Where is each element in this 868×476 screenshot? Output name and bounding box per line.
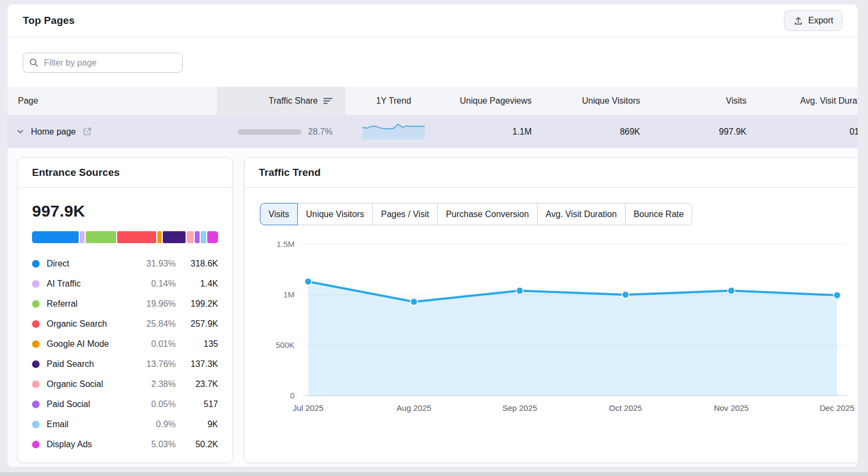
visits-cell: 997.9K — [653, 127, 760, 137]
legend-row-paid-social[interactable]: Paid Social 0.05% 517 — [32, 394, 218, 414]
data-point — [305, 278, 312, 285]
visits-value: 997.9K — [719, 127, 746, 137]
x-tick-label: Aug 2025 — [397, 403, 431, 412]
bar-segment-organic-search — [117, 231, 156, 243]
entrance-sources-header: Entrance Sources — [18, 158, 232, 188]
export-label: Export — [808, 16, 833, 26]
legend-label: Organic Social — [47, 379, 136, 389]
legend-value: 199.2K — [176, 299, 218, 309]
legend-percent: 0.14% — [136, 279, 176, 289]
legend-percent: 0.05% — [136, 399, 176, 409]
traffic-share-cell: 28.7% — [217, 127, 346, 137]
legend-row-email[interactable]: Email 0.9% 9K — [32, 414, 218, 434]
column-header-unique-pageviews[interactable]: Unique Pageviews — [442, 87, 545, 115]
entrance-sources-stacked-bar — [32, 231, 218, 243]
1y-trend-sparkline — [362, 122, 425, 142]
data-point — [411, 299, 418, 306]
table-row-home-page[interactable]: Home page 28.7% 1.1M 869K 997.9K 01:31 — [8, 115, 858, 148]
legend-color-dot — [32, 340, 40, 348]
traffic-trend-chart: 0500K1M1.5M Jul 2025Aug 2025Sep 2025Oct … — [256, 233, 858, 420]
legend-value: 50.2K — [176, 440, 218, 449]
unique-pageviews-value: 1.1M — [512, 127, 532, 137]
unique-pageviews-cell: 1.1M — [442, 127, 545, 137]
column-label: Avg. Visit Duration — [800, 96, 858, 106]
export-icon — [793, 16, 803, 26]
legend-percent: 5.03% — [136, 440, 176, 449]
legend-color-dot — [32, 441, 40, 448]
legend-percent: 0.01% — [136, 339, 176, 349]
traffic-trend-card: Traffic Trend VisitsUnique VisitorsPages… — [244, 157, 858, 463]
legend-label: Referral — [47, 299, 136, 309]
data-point — [834, 291, 841, 299]
search-box — [23, 53, 183, 73]
trend-cell — [346, 122, 442, 142]
tab-avg-visit-duration[interactable]: Avg. Visit Duration — [537, 203, 626, 225]
legend-percent: 19.96% — [136, 299, 176, 309]
column-label: Visits — [726, 96, 746, 106]
bar-segment-ai-traffic — [80, 231, 84, 243]
column-header-1y-trend[interactable]: 1Y Trend — [346, 87, 442, 115]
tab-bounce-rate[interactable]: Bounce Rate — [625, 203, 693, 225]
traffic-trend-header: Traffic Trend — [245, 158, 858, 188]
legend-row-paid-search[interactable]: Paid Search 13.76% 137.3K — [32, 354, 218, 374]
column-label: Traffic Share — [269, 96, 318, 106]
page-filter-input[interactable] — [23, 53, 183, 73]
entrance-sources-title: Entrance Sources — [32, 167, 120, 179]
legend-color-dot — [32, 320, 40, 328]
y-tick-label: 1M — [283, 290, 295, 299]
legend-value: 9K — [176, 420, 218, 429]
legend-label: Organic Search — [47, 319, 136, 329]
chevron-down-icon[interactable] — [16, 127, 25, 136]
external-link-icon[interactable] — [82, 126, 92, 137]
avg-visit-duration-value: 01:31 — [850, 127, 858, 137]
unique-visitors-cell: 869K — [545, 127, 653, 137]
bar-segment-paid-search — [163, 231, 186, 243]
column-label: Unique Visitors — [582, 96, 640, 106]
traffic-trend-body: VisitsUnique VisitorsPages / VisitPurcha… — [245, 188, 858, 420]
entrance-sources-body: 997.9K Direct 31.93% 318.6K AI Traffic 0… — [18, 188, 232, 454]
entrance-sources-legend: Direct 31.93% 318.6K AI Traffic 0.14% 1.… — [32, 253, 218, 454]
y-tick-label: 1.5M — [277, 239, 295, 249]
legend-label: AI Traffic — [47, 279, 136, 289]
tab-unique-visitors[interactable]: Unique Visitors — [297, 203, 373, 225]
page-cell[interactable]: Home page — [8, 126, 217, 137]
top-pages-card: Top Pages Export PageTraffic Share1Y Tre… — [8, 4, 858, 467]
legend-color-dot — [32, 300, 40, 308]
column-header-page[interactable]: Page — [8, 87, 217, 115]
legend-row-ai-traffic[interactable]: AI Traffic 0.14% 1.4K — [32, 274, 218, 294]
horizontal-scrollbar[interactable] — [0, 472, 868, 476]
legend-row-google-ai-mode[interactable]: Google AI Mode 0.01% 135 — [32, 334, 218, 354]
legend-percent: 25.84% — [136, 319, 176, 329]
tab-pages-visit[interactable]: Pages / Visit — [372, 203, 438, 225]
legend-label: Display Ads — [47, 440, 136, 449]
traffic-trend-title: Traffic Trend — [259, 167, 321, 179]
bar-segment-email — [201, 231, 206, 243]
tab-purchase-conversion[interactable]: Purchase Conversion — [437, 203, 538, 225]
column-label: Unique Pageviews — [459, 96, 532, 106]
export-button[interactable]: Export — [784, 10, 843, 31]
column-header-traffic-share[interactable]: Traffic Share — [217, 87, 346, 115]
legend-color-dot — [32, 360, 40, 368]
x-tick-label: Jul 2025 — [293, 403, 324, 412]
column-header-unique-visitors[interactable]: Unique Visitors — [545, 87, 653, 115]
pages-table: PageTraffic Share1Y TrendUnique Pageview… — [8, 87, 858, 467]
avg-visit-duration-cell: 01:31 — [760, 127, 858, 137]
search-icon — [29, 58, 39, 67]
legend-row-organic-search[interactable]: Organic Search 25.84% 257.9K — [32, 314, 218, 334]
legend-value: 517 — [176, 399, 218, 409]
x-tick-label: Nov 2025 — [714, 403, 749, 412]
legend-color-dot — [32, 401, 40, 408]
bar-segment-direct — [32, 231, 79, 243]
column-label: 1Y Trend — [376, 96, 411, 106]
tab-visits[interactable]: Visits — [260, 203, 298, 225]
legend-label: Email — [47, 420, 136, 429]
column-header-avg-visit-duration[interactable]: Avg. Visit Duration — [760, 87, 858, 115]
column-header-visits[interactable]: Visits — [653, 87, 760, 115]
x-tick-label: Sep 2025 — [502, 403, 537, 412]
legend-row-organic-social[interactable]: Organic Social 2.38% 23.7K — [32, 374, 218, 394]
legend-row-direct[interactable]: Direct 31.93% 318.6K — [32, 253, 218, 274]
legend-row-display-ads[interactable]: Display Ads 5.03% 50.2K — [32, 434, 218, 454]
unique-visitors-value: 869K — [620, 127, 640, 137]
table-header: PageTraffic Share1Y TrendUnique Pageview… — [8, 87, 858, 115]
legend-row-referral[interactable]: Referral 19.96% 199.2K — [32, 294, 218, 314]
